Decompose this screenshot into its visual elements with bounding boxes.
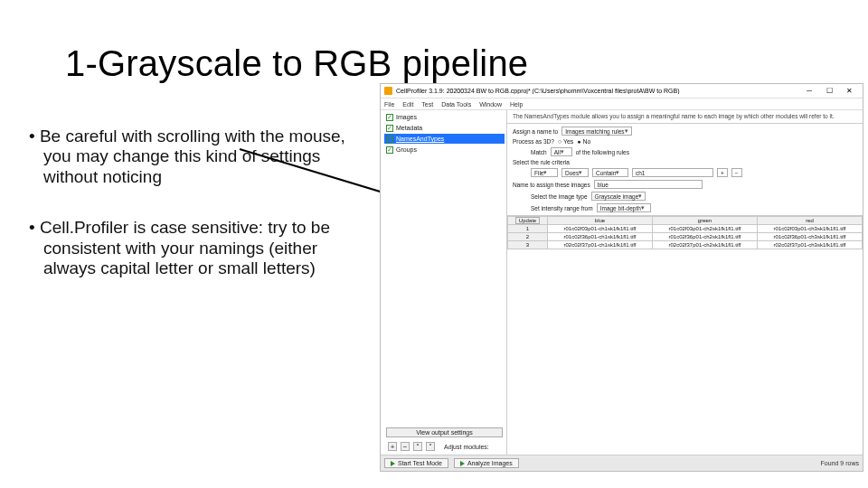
table-cell: r01c02f36p01-ch1sk1fk1fl1.tiff — [548, 233, 653, 241]
view-output-settings-button[interactable]: View output settings — [386, 427, 503, 437]
rule-remove-button[interactable]: − — [731, 168, 742, 177]
table-cell: r02c02f37p01-ch1sk1fk1fl1.tiff — [548, 241, 653, 249]
add-module-button[interactable]: + — [388, 442, 397, 451]
table-cell: r02c02f37p01-ch2sk1fk1fl1.tiff — [653, 241, 758, 249]
status-bar: Start Test Mode Analyze Images Found 9 r… — [381, 455, 863, 471]
close-button[interactable]: ✕ — [839, 85, 859, 97]
intensity-range-label: Set intensity range from — [531, 205, 593, 211]
app-icon — [384, 87, 392, 95]
select-rule-label: Select the rule criteria — [513, 159, 570, 165]
analyze-images-button[interactable]: Analyze Images — [454, 458, 519, 468]
name-to-assign-input[interactable]: blue — [594, 180, 703, 189]
table-cell: r01c02f36p01-ch3sk1fk1fl1.tiff — [758, 233, 863, 241]
row-index: 2 — [508, 233, 548, 241]
play-icon — [460, 461, 465, 466]
menu-edit[interactable]: Edit — [402, 101, 413, 108]
rule-condition-select[interactable]: Contain — [592, 168, 628, 177]
module-label: Metadata — [396, 125, 422, 131]
table-row[interactable]: 3r02c02f37p01-ch1sk1fk1fl1.tiffr02c02f37… — [508, 241, 863, 249]
match-suffix: of the following rules — [576, 149, 629, 155]
start-test-mode-button[interactable]: Start Test Mode — [384, 458, 448, 468]
table-cell: r02c02f37p01-ch3sk1fk1fl1.tiff — [758, 241, 863, 249]
checkbox-icon: ✓ — [386, 114, 393, 121]
menu-window[interactable]: Window — [479, 101, 502, 108]
bullet-list: Be careful with scrolling with the mouse… — [18, 127, 362, 309]
slide-title: 1-Grayscale to RGB pipeline — [65, 43, 528, 84]
table-col-green: green — [653, 217, 758, 225]
menu-test[interactable]: Test — [421, 101, 433, 108]
module-label: Images — [396, 114, 417, 120]
update-table-button[interactable]: Update — [515, 217, 540, 224]
row-index: 3 — [508, 241, 548, 249]
checkbox-icon: ✓ — [386, 136, 393, 143]
assign-name-label: Assign a name to — [513, 128, 558, 135]
menu-help[interactable]: Help — [510, 101, 523, 108]
match-select[interactable]: All — [551, 147, 572, 156]
process-3d-label: Process as 3D? — [513, 138, 554, 145]
maximize-button[interactable]: ☐ — [819, 85, 839, 97]
table-cell: r01c02f03p01-ch2sk1fk1fl1.tiff — [653, 225, 758, 233]
image-type-select[interactable]: Grayscale image — [591, 192, 646, 201]
settings-panel: The NamesAndTypes module allows you to a… — [507, 110, 863, 455]
table-cell: r01c02f03p01-ch3sk1fk1fl1.tiff — [758, 225, 863, 233]
checkbox-icon: ✓ — [386, 125, 393, 132]
titlebar: CellProfiler 3.1.9: 20200324 BW to RGB.c… — [381, 84, 863, 99]
process-3d-yes[interactable]: Yes — [558, 138, 573, 145]
image-table: Update blue green red 1r01c02f03p01-ch1s… — [507, 216, 863, 455]
table-cell: r01c02f36p01-ch2sk1fk1fl1.tiff — [653, 233, 758, 241]
rule-value-input[interactable]: ch1 — [632, 168, 713, 177]
cellprofiler-window: CellProfiler 3.1.9: 20200324 BW to RGB.c… — [380, 83, 863, 472]
play-icon — [391, 461, 395, 466]
rule-add-button[interactable]: + — [717, 168, 728, 177]
move-up-button[interactable]: ˄ — [413, 442, 422, 451]
name-to-assign-label: Name to assign these images — [513, 182, 590, 188]
module-namesandtypes[interactable]: ✓ NamesAndTypes — [384, 134, 505, 144]
menu-file[interactable]: File — [384, 101, 394, 108]
module-label: Groups — [396, 146, 417, 153]
rule-verb-select[interactable]: Does — [561, 168, 589, 177]
menu-data[interactable]: Data Tools — [441, 101, 471, 108]
assign-name-select[interactable]: Images matching rules — [561, 127, 631, 136]
checkbox-icon: ✓ — [386, 146, 393, 154]
table-col-red: red — [758, 217, 863, 225]
module-description: The NamesAndTypes module allows you to a… — [507, 110, 863, 124]
match-label: Match — [531, 149, 547, 155]
window-title: CellProfiler 3.1.9: 20200324 BW to RGB.c… — [396, 88, 799, 94]
found-rows-label: Found 9 rows — [821, 460, 859, 466]
module-metadata[interactable]: ✓ Metadata — [384, 123, 505, 133]
bullet-2: Cell.Profiler is case sensitive: try to … — [18, 218, 362, 278]
image-type-label: Select the image type — [531, 193, 588, 200]
remove-module-button[interactable]: − — [401, 442, 410, 451]
bullet-1: Be careful with scrolling with the mouse… — [18, 127, 362, 187]
start-test-label: Start Test Mode — [398, 460, 442, 466]
rule-subject-select[interactable]: File — [531, 168, 558, 177]
pipeline-panel: ✓ Images ✓ Metadata ✓ NamesAndTypes ✓ Gr… — [381, 110, 507, 455]
process-3d-no[interactable]: No — [577, 138, 590, 145]
move-down-button[interactable]: ˅ — [426, 442, 435, 451]
intensity-range-select[interactable]: Image bit-depth — [597, 203, 651, 212]
analyze-label: Analyze Images — [467, 460, 513, 466]
menubar: File Edit Test Data Tools Window Help — [381, 99, 863, 110]
table-cell: r01c02f03p01-ch1sk1fk1fl1.tiff — [548, 225, 653, 233]
module-label: NamesAndTypes — [396, 136, 444, 142]
table-col-blue: blue — [548, 217, 653, 225]
module-images[interactable]: ✓ Images — [384, 112, 505, 122]
adjust-modules-label: Adjust modules: — [440, 443, 493, 451]
table-row[interactable]: 2r01c02f36p01-ch1sk1fk1fl1.tiffr01c02f36… — [508, 233, 863, 241]
table-row[interactable]: 1r01c02f03p01-ch1sk1fk1fl1.tiffr01c02f03… — [508, 225, 863, 233]
row-index: 1 — [508, 225, 548, 233]
module-groups[interactable]: ✓ Groups — [384, 145, 505, 155]
minimize-button[interactable]: ─ — [799, 85, 819, 97]
